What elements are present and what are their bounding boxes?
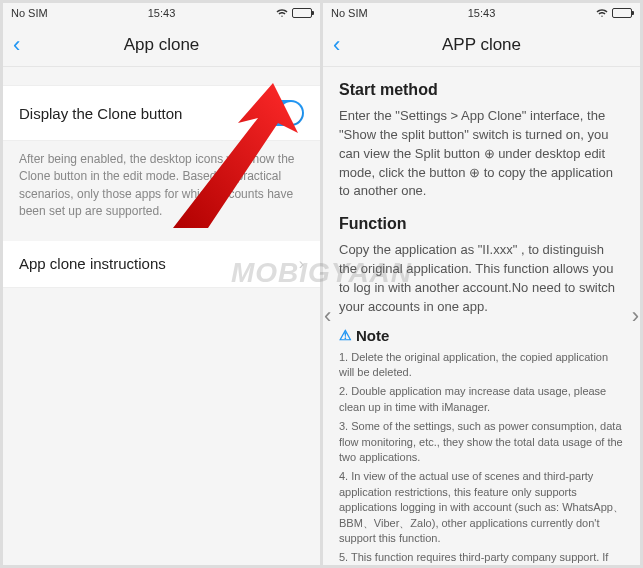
page-prev-icon[interactable]: ‹: [324, 303, 331, 329]
screen-app-clone-settings: No SIM 15:43 ‹ App clone Display the Clo…: [3, 3, 320, 565]
status-right: [596, 7, 632, 19]
display-clone-button-row[interactable]: Display the Clone button: [3, 85, 320, 141]
status-sim: No SIM: [11, 7, 48, 19]
function-heading: Function: [339, 215, 624, 233]
status-bar: No SIM 15:43: [323, 3, 640, 23]
screen-app-clone-instructions: No SIM 15:43 ‹ APP clone ‹ › Start metho…: [323, 3, 640, 565]
status-bar: No SIM 15:43: [3, 3, 320, 23]
note-header: ⚠ Note: [323, 317, 640, 350]
page-title: APP clone: [442, 35, 521, 55]
content: Display the Clone button After being ena…: [3, 67, 320, 565]
status-time: 15:43: [148, 7, 176, 19]
note-item: 2. Double application may increase data …: [339, 384, 624, 415]
battery-icon: [292, 8, 312, 18]
start-method-text: Enter the "Settings > App Clone" interfa…: [339, 107, 624, 201]
wifi-icon: [276, 7, 288, 19]
note-item: 4. In view of the actual use of scenes a…: [339, 469, 624, 546]
note-item: 5. This function requires third-party co…: [339, 550, 624, 565]
page-title: App clone: [124, 35, 200, 55]
app-clone-instructions-row[interactable]: App clone instructions ›: [3, 241, 320, 288]
wifi-icon: [596, 7, 608, 19]
content: ‹ › Start method Enter the "Settings > A…: [323, 67, 640, 565]
chevron-right-icon: ›: [299, 255, 304, 273]
status-right: [276, 7, 312, 19]
function-text: Copy the application as "II.xxx" , to di…: [339, 241, 624, 316]
toggle-description: After being enabled, the desktop icons w…: [3, 141, 320, 241]
note-item: 3. Some of the settings, such as power c…: [339, 419, 624, 465]
nav-bar: ‹ APP clone: [323, 23, 640, 67]
note-item: 1. Delete the original application, the …: [339, 350, 624, 381]
instructions-label: App clone instructions: [19, 255, 166, 272]
back-button[interactable]: ‹: [333, 34, 340, 56]
battery-icon: [612, 8, 632, 18]
status-sim: No SIM: [331, 7, 368, 19]
status-time: 15:43: [468, 7, 496, 19]
warning-icon: ⚠: [339, 327, 352, 343]
notes-list: 1. Delete the original application, the …: [323, 350, 640, 565]
nav-bar: ‹ App clone: [3, 23, 320, 67]
toggle-label: Display the Clone button: [19, 105, 182, 122]
function-section: Function Copy the application as "II.xxx…: [323, 201, 640, 316]
toggle-knob: [280, 102, 302, 124]
start-method-heading: Start method: [339, 81, 624, 99]
page-next-icon[interactable]: ›: [632, 303, 639, 329]
start-method-section: Start method Enter the "Settings > App C…: [323, 67, 640, 201]
back-button[interactable]: ‹: [13, 34, 20, 56]
display-clone-toggle[interactable]: [258, 100, 304, 126]
note-heading: Note: [356, 327, 389, 344]
